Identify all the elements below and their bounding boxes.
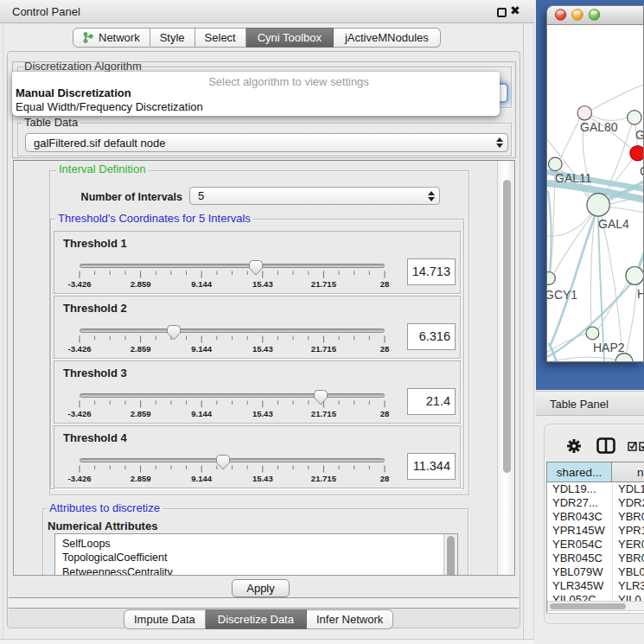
network-edge [598,216,604,361]
number-of-intervals-value: 5 [190,189,424,202]
network-node[interactable] [630,146,643,161]
network-canvas[interactable]: GAL80GACGAL11GAL4GCY1HHAP2 [547,25,643,361]
tab-discretize-data[interactable]: Discretize Data [206,609,307,629]
vertical-scrollbar[interactable] [497,161,514,575]
panel-strip [9,598,519,608]
network-node[interactable] [577,106,591,120]
threshold-label: Threshold 3 [63,367,127,379]
slider-tick-label: 21.715 [297,279,349,289]
table-row[interactable]: YLR345WYLR3 [547,579,644,593]
slider-track[interactable] [80,264,385,268]
table-data-combobox[interactable]: galFiltered.sif default node [25,133,508,152]
table-row[interactable]: YBR043CYBR0 [547,510,644,524]
attributes-group-title: Attributes to discretize [47,502,163,514]
network-node[interactable] [626,267,643,285]
slider-thumb[interactable] [248,259,264,276]
settings-scroll-viewport: Interval Definition Number of Intervals … [13,160,515,576]
apply-button[interactable]: Apply [232,579,290,597]
cell-name: YLR3 [618,579,644,592]
node-label: GAL11 [555,171,592,185]
number-of-intervals-combobox[interactable]: 5 [189,187,440,205]
table-row[interactable]: YER054CYER0 [547,538,644,552]
network-node[interactable] [587,194,609,216]
attribute-item[interactable]: BetweennessCentrality [62,565,173,576]
slider-thumb[interactable] [313,389,328,405]
slider-tick-label: -3.426 [54,279,105,289]
cell-shared-name: YBR045C [552,552,613,564]
table-row[interactable]: YBL079WYBL0 [547,565,644,579]
slider-tick-label: 9.144 [175,409,227,418]
table-row[interactable]: YPR145WYPR1 [547,524,644,538]
tab-label: Discretize Data [218,613,294,626]
cell-name: YBL0 [618,565,644,578]
cell-shared-name: YBR043C [552,510,613,523]
tab-network[interactable]: Network [73,28,150,48]
cell-name: YBR0 [618,552,644,564]
column-header-name[interactable]: na [612,462,644,482]
slider-tick-label: 21.715 [297,409,349,418]
network-node[interactable] [549,157,563,171]
table-row[interactable]: YBR045CYBR0 [547,552,644,565]
checkbox-icon[interactable] [639,441,644,451]
control-panel-titlebar: Control Panel ✖ [0,0,534,23]
traffic-light-buttons[interactable] [554,9,601,21]
scrollbar-thumb[interactable] [447,536,455,576]
slider-track[interactable] [80,328,385,333]
attribute-item[interactable]: SelfLoops [62,537,173,551]
network-edge [585,84,643,113]
control-panel-title: Control Panel [12,5,80,18]
table-panel-box: shared... na YDL19...YDL1YDR27...YDR2YBR… [544,424,644,624]
network-node[interactable] [547,272,555,285]
tab-select[interactable]: Select [195,28,246,48]
tab-style[interactable]: Style [150,28,195,48]
slider-thumb[interactable] [166,324,182,341]
network-node[interactable] [628,111,641,124]
table-data-title: Table Data [22,117,80,129]
tab-label: Infer Network [316,613,383,626]
horizontal-scrollbar[interactable] [547,601,644,611]
slider-track[interactable] [80,458,385,462]
network-node[interactable] [615,354,633,361]
tab-impute-data[interactable]: Impute Data [124,609,206,629]
gear-icon[interactable] [567,439,581,453]
float-window-icon[interactable] [497,8,507,17]
slider-tick-label: 21.715 [297,344,349,354]
slider-tick-label: 9.144 [175,344,227,354]
threshold-panel-1: Threshold 1-3.4262.8599.14415.4321.71528… [54,231,461,294]
right-region: GAL80GACGAL11GAL4GCY1HHAP2 Table Panel [534,0,644,644]
threshold-value-field[interactable]: 14.713 [407,258,456,285]
interval-definition-title: Interval Definition [56,163,148,175]
tab-cyni-toolbox[interactable]: Cyni Toolbox [246,28,334,48]
threshold-value-field[interactable]: 21.4 [407,388,456,415]
tab-jactivemnodules[interactable]: jActiveMNodules [334,28,441,48]
control-panel: Control Panel ✖ NetworkStyleSelectCyni T… [0,0,535,644]
threshold-value-field[interactable]: 6.316 [407,323,456,350]
cell-name: YDL1 [618,482,644,495]
node-label: GAL4 [598,217,629,231]
network-view-window[interactable]: GAL80GACGAL11GAL4GCY1HHAP2 [546,5,644,362]
algorithm-option-manual[interactable]: Manual Discretization [16,86,131,99]
table-panel-title: Table Panel [550,398,609,411]
slider-thumb[interactable] [215,454,231,470]
table-row[interactable]: YDR27...YDR2 [547,496,644,510]
threshold-panel-2: Threshold 2-3.4262.8599.14415.4321.71528… [54,296,461,359]
scrollbar-thumb[interactable] [550,603,626,609]
column-header-shared-name[interactable]: shared... [546,462,612,482]
attributes-list[interactable]: SelfLoopsTopologicalCoefficientBetweenne… [54,533,458,576]
attribute-item[interactable]: TopologicalCoefficient [62,551,173,564]
tab-infer-network[interactable]: Infer Network [307,609,393,629]
table-row[interactable]: YDL19...YDL1 [547,482,644,496]
scrollbar-thumb[interactable] [503,180,511,473]
network-node[interactable] [586,327,599,340]
attributes-list-scrollbar[interactable] [443,534,457,576]
checkbox-icon[interactable] [628,441,638,451]
network-desktop-background: GAL80GACGAL11GAL4GCY1HHAP2 [536,0,644,390]
cell-name: YER0 [618,538,644,551]
close-icon[interactable]: ✖ [510,3,520,17]
threshold-value-field[interactable]: 11.344 [407,453,456,480]
algorithm-option-equal-width[interactable]: Equal Width/Frequency Discretization [16,100,203,113]
split-columns-icon[interactable] [596,437,615,454]
slider-track[interactable] [80,393,385,398]
tab-label: Style [160,31,185,44]
cell-shared-name: YBL079W [552,565,613,578]
